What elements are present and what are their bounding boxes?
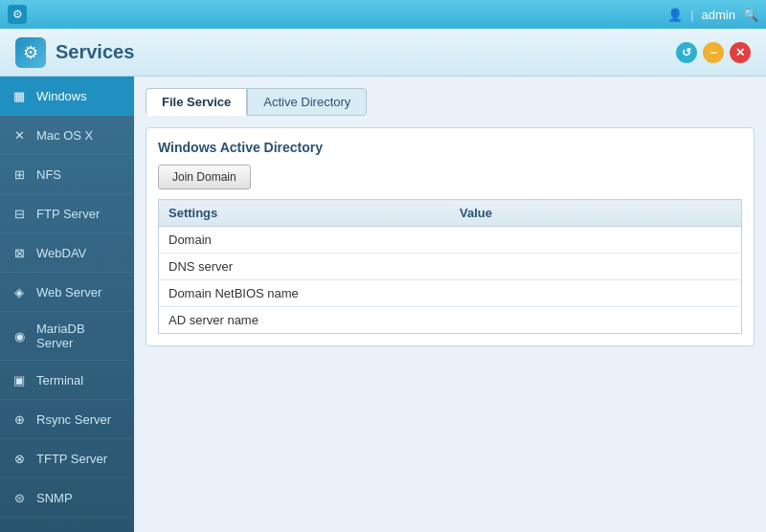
table-row: DNS server [159, 254, 742, 280]
sidebar-item-ftp[interactable]: ⊟ FTP Server [0, 194, 134, 233]
sidebar-label-rsync: Rsync Server [36, 412, 111, 427]
refresh-button[interactable]: ↺ [676, 42, 697, 63]
sidebar-label-ftp: FTP Server [36, 207, 100, 221]
sidebar-item-tftp[interactable]: ⊗ TFTP Server [0, 439, 134, 478]
sidebar-item-macos[interactable]: ✕ Mac OS X [0, 116, 134, 155]
sidebar-label-windows: Windows [36, 89, 87, 103]
tab-file-service[interactable]: File Service [146, 88, 247, 116]
separator: | [690, 8, 693, 22]
windows-ad-panel: Windows Active Directory Join Domain Set… [146, 127, 755, 346]
nfs-icon: ⊞ [10, 165, 29, 184]
title-bar-right: 👤 | admin 🔍 [667, 8, 758, 22]
app-header: ⚙ Services ↺ − ✕ [0, 29, 766, 77]
sidebar-item-rsync[interactable]: ⊕ Rsync Server [0, 400, 134, 439]
col-header-settings: Settings [159, 200, 451, 227]
rsync-icon: ⊕ [10, 410, 29, 429]
mariadb-icon: ◉ [10, 326, 29, 345]
value-dns [450, 254, 742, 280]
tab-bar: File Service Active Directory [146, 88, 755, 116]
col-header-value: Value [450, 200, 742, 227]
setting-netbios: Domain NetBIOS name [159, 280, 451, 307]
username-label: admin [702, 8, 735, 22]
terminal-icon: ▣ [10, 370, 29, 389]
user-icon: 👤 [667, 8, 683, 22]
sidebar-label-macos: Mac OS X [36, 128, 93, 143]
setting-domain: Domain [159, 227, 451, 254]
app-title: Services [56, 41, 134, 63]
panel-title: Windows Active Directory [158, 140, 742, 155]
tftp-icon: ⊗ [10, 449, 29, 468]
table-row: AD server name [159, 307, 742, 334]
sidebar-label-snmp: SNMP [36, 491, 73, 505]
main-layout: ▦ Windows ✕ Mac OS X ⊞ NFS ⊟ FTP Server … [0, 77, 766, 532]
setting-dns: DNS server [159, 254, 451, 280]
join-domain-button[interactable]: Join Domain [158, 165, 251, 189]
ftp-icon: ⊟ [10, 204, 29, 223]
webserver-icon: ◈ [10, 282, 29, 301]
sidebar-label-webserver: Web Server [36, 285, 101, 299]
content-area: File Service Active Directory Windows Ac… [134, 77, 766, 532]
sidebar-label-terminal: Terminal [36, 373, 83, 388]
title-bar: ⚙ 👤 | admin 🔍 [0, 0, 766, 29]
value-domain [450, 227, 742, 254]
webdav-icon: ⊠ [10, 243, 29, 262]
minimize-button[interactable]: − [703, 42, 724, 63]
sidebar-item-nfs[interactable]: ⊞ NFS [0, 155, 134, 194]
sidebar-label-tftp: TFTP Server [36, 452, 107, 466]
sidebar-label-webdav: WebDAV [36, 246, 86, 260]
macos-icon: ✕ [10, 125, 29, 144]
snmp-icon: ⊜ [10, 488, 29, 507]
settings-table: Settings Value Domain DNS server Domain … [158, 199, 742, 334]
value-netbios [450, 280, 742, 307]
title-bar-left: ⚙ [8, 5, 27, 24]
sidebar-item-webdav[interactable]: ⊠ WebDAV [0, 233, 134, 273]
sidebar-item-terminal[interactable]: ▣ Terminal [0, 361, 134, 400]
app-header-right: ↺ − ✕ [676, 42, 751, 63]
app-logo-icon: ⚙ [15, 37, 46, 68]
app-header-left: ⚙ Services [15, 37, 134, 68]
sidebar-label-nfs: NFS [36, 167, 61, 182]
close-button[interactable]: ✕ [730, 42, 751, 63]
sidebar-item-windows[interactable]: ▦ Windows [0, 77, 134, 116]
table-row: Domain [159, 227, 742, 254]
table-row: Domain NetBIOS name [159, 280, 742, 307]
setting-adserver: AD server name [159, 307, 451, 334]
sidebar-label-mariadb: MariaDB Server [36, 321, 124, 350]
sidebar-item-snmp[interactable]: ⊜ SNMP [0, 478, 134, 518]
windows-icon: ▦ [10, 86, 29, 105]
value-adserver [450, 307, 742, 334]
sidebar-item-webserver[interactable]: ◈ Web Server [0, 273, 134, 312]
sidebar-item-mariadb[interactable]: ◉ MariaDB Server [0, 312, 134, 361]
search-icon[interactable]: 🔍 [743, 8, 758, 22]
tab-active-directory[interactable]: Active Directory [247, 88, 367, 116]
sidebar: ▦ Windows ✕ Mac OS X ⊞ NFS ⊟ FTP Server … [0, 77, 134, 532]
title-bar-logo-icon: ⚙ [8, 5, 27, 24]
